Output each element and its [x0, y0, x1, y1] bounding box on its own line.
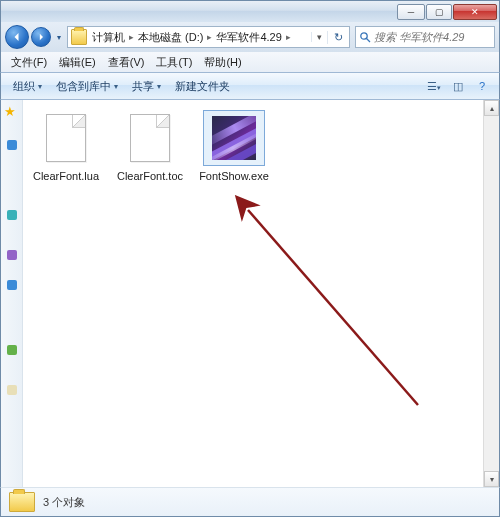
- folder-icon: [9, 492, 35, 512]
- sidebar-item[interactable]: [7, 385, 17, 395]
- nav-history-dropdown[interactable]: ▾: [53, 27, 65, 47]
- chevron-down-icon: ▾: [114, 82, 118, 91]
- file-label: ClearFont.lua: [31, 170, 101, 182]
- sidebar-item[interactable]: [7, 210, 17, 220]
- refresh-button[interactable]: ↻: [327, 31, 349, 44]
- chevron-right-icon[interactable]: ▸: [205, 32, 214, 42]
- view-options-button[interactable]: ☰▾: [423, 80, 445, 93]
- arrow-left-icon: [12, 32, 22, 42]
- chevron-down-icon: ▾: [38, 82, 42, 91]
- svg-line-2: [248, 210, 418, 405]
- forward-button[interactable]: [31, 27, 51, 47]
- menu-tools[interactable]: 工具(T): [150, 55, 198, 70]
- document-icon: [46, 114, 86, 162]
- menu-view[interactable]: 查看(V): [102, 55, 151, 70]
- vertical-scrollbar[interactable]: ▴ ▾: [483, 100, 499, 487]
- menu-edit[interactable]: 编辑(E): [53, 55, 102, 70]
- window-titlebar: ─ ▢ ✕: [0, 0, 500, 22]
- svg-line-1: [367, 39, 371, 43]
- address-bar[interactable]: 计算机 ▸ 本地磁盘 (D:) ▸ 华军软件4.29 ▸ ▾ ↻: [67, 26, 350, 48]
- folder-icon: [71, 29, 87, 45]
- app-icon: [212, 116, 256, 160]
- file-item[interactable]: FontShow.exe: [199, 110, 269, 182]
- chevron-right-icon[interactable]: ▸: [284, 32, 293, 42]
- close-button[interactable]: ✕: [453, 4, 497, 20]
- svg-point-0: [361, 33, 367, 39]
- address-dropdown[interactable]: ▾: [311, 32, 327, 42]
- menu-file[interactable]: 文件(F): [5, 55, 53, 70]
- sidebar-item[interactable]: [7, 280, 17, 290]
- breadcrumb-item[interactable]: 本地磁盘 (D:): [136, 30, 205, 45]
- organize-button[interactable]: 组织▾: [7, 77, 48, 96]
- main-area: ★ ClearFont.lua ClearFont.toc FontShow.e…: [0, 100, 500, 487]
- command-bar: 组织▾ 包含到库中▾ 共享▾ 新建文件夹 ☰▾ ◫ ?: [0, 72, 500, 100]
- file-label: ClearFont.toc: [115, 170, 185, 182]
- search-box[interactable]: [355, 26, 495, 48]
- menu-help[interactable]: 帮助(H): [198, 55, 247, 70]
- sidebar-item[interactable]: [7, 140, 17, 150]
- sidebar-item[interactable]: [7, 250, 17, 260]
- chevron-down-icon: ▾: [157, 82, 161, 91]
- file-list: ClearFont.lua ClearFont.toc FontShow.exe: [23, 100, 499, 192]
- favorites-sidebar[interactable]: ★: [1, 100, 23, 487]
- preview-pane-button[interactable]: ◫: [447, 80, 469, 93]
- document-icon: [130, 114, 170, 162]
- sidebar-item[interactable]: [7, 345, 17, 355]
- share-button[interactable]: 共享▾: [126, 77, 167, 96]
- help-button[interactable]: ?: [471, 80, 493, 92]
- file-list-pane[interactable]: ClearFont.lua ClearFont.toc FontShow.exe…: [23, 100, 499, 487]
- file-label: FontShow.exe: [199, 170, 269, 182]
- nav-address-bar: ▾ 计算机 ▸ 本地磁盘 (D:) ▸ 华军软件4.29 ▸ ▾ ↻: [0, 22, 500, 52]
- scroll-down-button[interactable]: ▾: [484, 471, 499, 487]
- breadcrumb-item[interactable]: 华军软件4.29: [214, 30, 283, 45]
- details-pane: 3 个对象: [0, 487, 500, 517]
- status-text: 3 个对象: [43, 495, 85, 510]
- search-icon: [356, 31, 374, 43]
- scroll-up-button[interactable]: ▴: [484, 100, 499, 116]
- new-folder-button[interactable]: 新建文件夹: [169, 77, 236, 96]
- favorites-star-icon: ★: [4, 104, 16, 119]
- include-library-button[interactable]: 包含到库中▾: [50, 77, 124, 96]
- search-input[interactable]: [374, 31, 474, 43]
- arrow-right-icon: [37, 33, 45, 41]
- menu-bar: 文件(F) 编辑(E) 查看(V) 工具(T) 帮助(H): [0, 52, 500, 72]
- minimize-button[interactable]: ─: [397, 4, 425, 20]
- breadcrumb-item[interactable]: 计算机: [90, 30, 127, 45]
- annotation-arrow: [193, 195, 443, 445]
- chevron-right-icon[interactable]: ▸: [127, 32, 136, 42]
- file-item[interactable]: ClearFont.lua: [31, 110, 101, 182]
- file-item[interactable]: ClearFont.toc: [115, 110, 185, 182]
- back-button[interactable]: [5, 25, 29, 49]
- maximize-button[interactable]: ▢: [426, 4, 452, 20]
